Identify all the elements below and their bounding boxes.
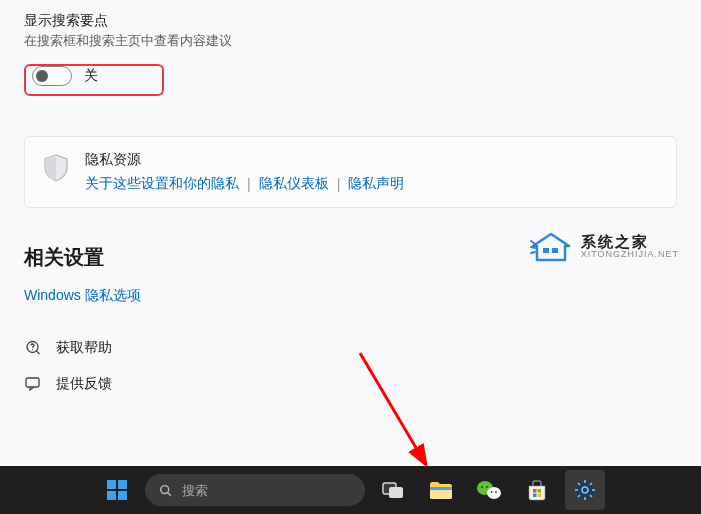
privacy-resources-card: 隐私资源 关于这些设置和你的隐私 | 隐私仪表板 | 隐私声明 xyxy=(24,136,677,208)
shield-icon xyxy=(43,153,69,186)
give-feedback-label: 提供反馈 xyxy=(56,375,112,393)
svg-point-19 xyxy=(481,486,483,488)
help-icon xyxy=(24,339,42,357)
highlight-annotation: 关 xyxy=(24,64,164,96)
svg-rect-3 xyxy=(543,248,549,253)
svg-rect-24 xyxy=(537,489,541,493)
get-help-label: 获取帮助 xyxy=(56,339,112,357)
svg-rect-14 xyxy=(389,487,403,498)
svg-rect-23 xyxy=(533,489,537,493)
privacy-link-about[interactable]: 关于这些设置和你的隐私 xyxy=(85,175,239,193)
svg-rect-4 xyxy=(552,248,558,253)
privacy-title: 隐私资源 xyxy=(85,151,404,169)
microsoft-store-button[interactable] xyxy=(517,470,557,510)
svg-rect-7 xyxy=(107,480,116,489)
privacy-link-statement[interactable]: 隐私声明 xyxy=(348,175,404,193)
file-explorer-button[interactable] xyxy=(421,470,461,510)
start-button[interactable] xyxy=(97,470,137,510)
search-icon xyxy=(159,483,172,498)
svg-line-12 xyxy=(167,492,170,495)
give-feedback-link[interactable]: 提供反馈 xyxy=(24,375,677,393)
windows-privacy-options-link[interactable]: Windows 隐私选项 xyxy=(24,287,141,305)
svg-rect-8 xyxy=(118,480,127,489)
search-highlights-toggle[interactable] xyxy=(32,66,72,86)
setting-title: 显示搜索要点 xyxy=(24,12,677,30)
get-help-link[interactable]: 获取帮助 xyxy=(24,339,677,357)
svg-point-11 xyxy=(160,485,168,493)
toggle-state-label: 关 xyxy=(84,67,98,85)
taskbar-search-input[interactable] xyxy=(182,483,351,498)
svg-point-20 xyxy=(486,486,488,488)
svg-rect-16 xyxy=(430,487,452,490)
task-view-button[interactable] xyxy=(373,470,413,510)
wechat-button[interactable] xyxy=(469,470,509,510)
house-icon xyxy=(529,230,573,264)
watermark: 系统之家 XITONGZHIJIA.NET xyxy=(529,230,679,264)
svg-point-18 xyxy=(487,487,501,499)
svg-rect-9 xyxy=(107,491,116,500)
taskbar-search[interactable] xyxy=(145,474,365,506)
taskbar xyxy=(0,466,701,514)
svg-point-1 xyxy=(32,349,33,350)
svg-rect-25 xyxy=(533,494,537,498)
svg-point-21 xyxy=(490,491,492,493)
settings-button[interactable] xyxy=(565,470,605,510)
setting-description: 在搜索框和搜索主页中查看内容建议 xyxy=(24,32,677,50)
feedback-icon xyxy=(24,375,42,393)
privacy-link-dashboard[interactable]: 隐私仪表板 xyxy=(259,175,329,193)
svg-point-22 xyxy=(495,491,497,493)
svg-rect-26 xyxy=(537,494,541,498)
svg-rect-2 xyxy=(26,378,39,387)
svg-rect-10 xyxy=(118,491,127,500)
